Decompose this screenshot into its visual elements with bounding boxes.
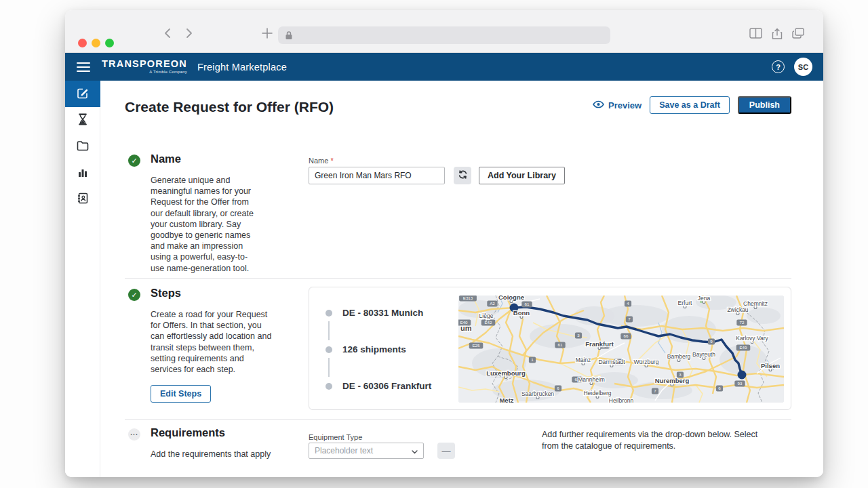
equipment-type-select[interactable]: Placeholder text	[309, 443, 424, 459]
svg-text:61: 61	[558, 342, 563, 347]
reading-list-icon[interactable]	[749, 28, 762, 40]
svg-text:Mannheim: Mannheim	[578, 376, 605, 383]
svg-text:Metz: Metz	[499, 396, 513, 403]
required-asterisk: *	[330, 157, 333, 165]
svg-text:Darmstadt: Darmstadt	[598, 359, 625, 365]
step-origin: DE - 80331 Munich	[342, 308, 423, 318]
edit-document-icon	[77, 87, 89, 102]
svg-text:Luxembourg: Luxembourg	[486, 369, 526, 377]
svg-text:E25: E25	[472, 343, 480, 348]
svg-text:Bonn: Bonn	[513, 309, 530, 317]
sidebar-item-pending[interactable]	[65, 107, 100, 134]
steps-complete-check-icon: ✓	[128, 289, 140, 301]
menu-icon[interactable]	[77, 62, 90, 72]
svg-text:Jena: Jena	[698, 296, 711, 302]
step-shipments: 126 shipments	[342, 344, 406, 354]
save-draft-button[interactable]: Save as a Draft	[650, 96, 730, 114]
app-body: Create Request for Offer (RFO) Preview S…	[65, 81, 823, 477]
sidebar-item-create-rfo[interactable]	[65, 81, 100, 107]
requirements-pending-icon: ···	[128, 428, 140, 441]
sidebar	[65, 81, 100, 477]
svg-text:3: 3	[577, 333, 580, 338]
svg-text:Karlovy Vary: Karlovy Vary	[736, 335, 768, 342]
browser-toolbar	[65, 10, 823, 53]
svg-text:93: 93	[738, 381, 743, 386]
svg-text:Bamberg: Bamberg	[667, 353, 691, 360]
main-content: Create Request for Offer (RFO) Preview S…	[100, 81, 823, 477]
tabs-overview-icon[interactable]	[792, 28, 804, 40]
back-button[interactable]	[163, 28, 174, 39]
sidebar-item-contacts[interactable]	[65, 186, 100, 213]
help-icon[interactable]: ?	[772, 60, 785, 73]
minimize-window-button[interactable]	[92, 39, 100, 47]
svg-text:Liège: Liège	[479, 312, 494, 319]
svg-text:Heilbronn: Heilbronn	[609, 397, 634, 403]
name-complete-check-icon: ✓	[128, 155, 140, 167]
name-section-title: Name	[151, 152, 181, 165]
publish-button[interactable]: Publish	[738, 96, 791, 114]
svg-text:1: 1	[531, 357, 534, 362]
app-header: TRANSPOREON A Trimble Company Freight Ma…	[65, 53, 823, 81]
svg-text:E49: E49	[739, 345, 747, 350]
svg-text:E313: E313	[463, 296, 473, 300]
preview-label: Preview	[608, 100, 642, 110]
forward-button[interactable]	[183, 28, 194, 39]
sidebar-item-reports[interactable]	[65, 160, 100, 186]
browser-window: TRANSPOREON A Trimble Company Freight Ma…	[65, 10, 823, 477]
edit-steps-button[interactable]: Edit Steps	[151, 385, 211, 403]
step-connector	[328, 321, 330, 340]
section-divider	[125, 278, 791, 279]
refresh-icon	[458, 169, 468, 182]
steps-section-description: Create a road for your Request for Offer…	[151, 309, 273, 375]
add-your-library-button[interactable]: Add Your Library	[479, 167, 565, 184]
svg-text:Mainz: Mainz	[576, 357, 591, 363]
requirements-section-title: Requirements	[151, 426, 225, 439]
page-actions: Preview Save as a Draft Publish	[593, 96, 791, 114]
route-map: E313A2E40E42E256136366614772E49936937166…	[458, 296, 784, 403]
svg-text:Würzburg: Würzburg	[634, 359, 659, 365]
svg-text:7: 7	[654, 388, 656, 393]
svg-text:A2: A2	[490, 301, 495, 306]
section-divider	[125, 419, 791, 420]
requirements-section-description: Add the requirements that apply	[151, 449, 286, 460]
rfo-name-input[interactable]	[309, 167, 445, 184]
minus-icon: —	[442, 446, 451, 456]
equipment-type-label: Equipment Type	[309, 433, 362, 441]
app-title: Freight Marketplace	[197, 62, 287, 73]
logo-tagline: A Trimble Company	[102, 70, 187, 75]
user-avatar[interactable]: SC	[794, 58, 812, 76]
svg-text:Bayreuth: Bayreuth	[692, 351, 715, 358]
svg-text:4: 4	[627, 301, 629, 306]
share-icon[interactable]	[772, 28, 783, 40]
route-summary-card: DE - 80331 Munich 126 shipments DE - 603…	[309, 287, 791, 410]
address-book-icon	[77, 192, 89, 207]
logo-text: TRANSPOREON	[102, 59, 187, 69]
svg-text:um: um	[460, 324, 472, 332]
name-section-description: Generate unique and meaningful names for…	[151, 175, 256, 274]
regenerate-name-button[interactable]	[454, 167, 471, 184]
transporeon-logo: TRANSPOREON A Trimble Company	[102, 59, 187, 74]
step-connector	[328, 358, 330, 377]
svg-text:Pilsen: Pilsen	[761, 362, 780, 369]
svg-text:Saarbrücken: Saarbrücken	[521, 390, 554, 397]
step-dot	[326, 383, 332, 390]
zoom-window-button[interactable]	[105, 39, 114, 47]
step-dot	[326, 346, 332, 353]
svg-text:Erfurt: Erfurt	[678, 300, 692, 306]
close-window-button[interactable]	[78, 39, 87, 47]
remove-requirement-button[interactable]: —	[437, 443, 455, 459]
svg-text:6: 6	[557, 386, 559, 390]
eye-icon	[593, 100, 604, 110]
svg-text:9: 9	[710, 339, 713, 344]
svg-text:Zwickau: Zwickau	[727, 306, 748, 313]
new-tab-button[interactable]	[261, 27, 273, 39]
step-dot	[326, 310, 332, 317]
svg-text:66: 66	[624, 333, 629, 338]
lock-icon	[285, 30, 293, 40]
page-title: Create Request for Offer (RFO)	[125, 99, 334, 115]
address-bar[interactable]	[278, 26, 610, 44]
preview-button[interactable]: Preview	[593, 100, 642, 110]
bar-chart-icon	[77, 167, 88, 180]
sidebar-item-folders[interactable]	[65, 134, 100, 160]
folder-icon	[77, 140, 89, 154]
